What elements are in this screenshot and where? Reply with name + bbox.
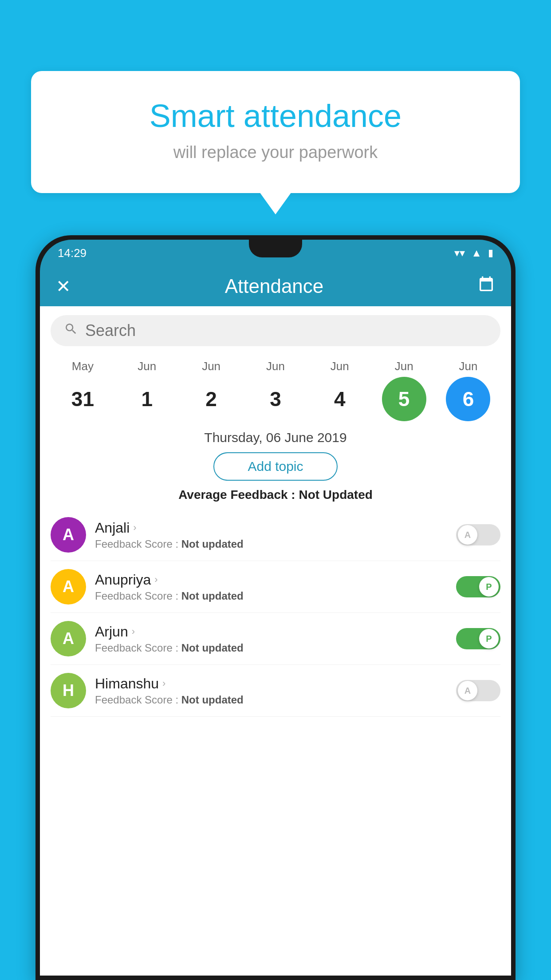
cal-month-label: Jun xyxy=(395,360,413,373)
student-info[interactable]: Arjun ›Feedback Score : Not updated xyxy=(95,624,447,654)
chevron-icon: › xyxy=(162,678,165,689)
chevron-icon: › xyxy=(154,574,157,585)
student-name: Himanshu › xyxy=(95,676,447,692)
speech-bubble-container: Smart attendance will replace your paper… xyxy=(31,71,520,193)
phone-frame: 14:29 ▾▾ ▲ ▮ ✕ Attendance xyxy=(35,235,516,980)
app-content: May31Jun1Jun2Jun3Jun4Jun5Jun6 Thursday, … xyxy=(40,306,511,976)
calendar-day[interactable]: Jun3 xyxy=(249,360,302,421)
chevron-icon: › xyxy=(133,522,136,533)
calendar-day[interactable]: Jun5 xyxy=(378,360,431,421)
cal-date-label: 6 xyxy=(446,377,490,421)
status-time: 14:29 xyxy=(58,246,87,260)
student-avatar: A xyxy=(51,621,86,656)
toggle-knob: P xyxy=(479,629,499,648)
student-name: Arjun › xyxy=(95,624,447,640)
wifi-icon: ▾▾ xyxy=(454,247,465,259)
notch xyxy=(249,240,302,257)
student-feedback: Feedback Score : Not updated xyxy=(95,538,447,550)
student-name: Anjali › xyxy=(95,520,447,536)
status-icons: ▾▾ ▲ ▮ xyxy=(454,247,493,259)
search-icon xyxy=(64,322,78,340)
student-feedback: Feedback Score : Not updated xyxy=(95,694,447,706)
student-info[interactable]: Anupriya ›Feedback Score : Not updated xyxy=(95,572,447,602)
cal-date-label: 4 xyxy=(318,377,362,421)
cal-date-label: 5 xyxy=(382,377,426,421)
student-info[interactable]: Anjali ›Feedback Score : Not updated xyxy=(95,520,447,550)
student-feedback: Feedback Score : Not updated xyxy=(95,642,447,654)
cal-month-label: Jun xyxy=(202,360,220,373)
bubble-title: Smart attendance xyxy=(67,98,484,134)
calendar-day[interactable]: Jun1 xyxy=(120,360,173,421)
student-avatar: A xyxy=(51,569,86,605)
student-avatar: A xyxy=(51,517,86,553)
attendance-toggle[interactable]: P xyxy=(456,628,500,649)
calendar-button[interactable] xyxy=(477,276,495,297)
toggle-knob: A xyxy=(458,525,477,545)
student-item: AAnjali ›Feedback Score : Not updatedA xyxy=(51,509,500,561)
calendar-day[interactable]: May31 xyxy=(56,360,109,421)
cal-month-label: Jun xyxy=(266,360,285,373)
calendar-day[interactable]: Jun4 xyxy=(313,360,366,421)
calendar-day[interactable]: Jun6 xyxy=(441,360,495,421)
signal-icon: ▲ xyxy=(471,247,482,259)
student-info[interactable]: Himanshu ›Feedback Score : Not updated xyxy=(95,676,447,706)
cal-date-label: 2 xyxy=(189,377,233,421)
cal-month-label: Jun xyxy=(331,360,349,373)
calendar-day[interactable]: Jun2 xyxy=(185,360,238,421)
bubble-subtitle: will replace your paperwork xyxy=(67,143,484,162)
app-header: ✕ Attendance xyxy=(40,266,511,306)
selected-date-label: Thursday, 06 June 2019 xyxy=(40,430,511,445)
student-feedback: Feedback Score : Not updated xyxy=(95,590,447,602)
speech-bubble: Smart attendance will replace your paper… xyxy=(31,71,520,193)
cal-month-label: May xyxy=(72,360,94,373)
student-item: AArjun ›Feedback Score : Not updatedP xyxy=(51,613,500,665)
cal-date-label: 31 xyxy=(60,377,105,421)
cal-date-label: 3 xyxy=(253,377,298,421)
battery-icon: ▮ xyxy=(488,247,493,259)
student-item: HHimanshu ›Feedback Score : Not updatedA xyxy=(51,665,500,717)
calendar-strip: May31Jun1Jun2Jun3Jun4Jun5Jun6 xyxy=(40,355,511,421)
cal-month-label: Jun xyxy=(138,360,156,373)
cal-month-label: Jun xyxy=(459,360,478,373)
student-avatar: H xyxy=(51,673,86,708)
toggle-knob: A xyxy=(458,681,477,700)
header-title: Attendance xyxy=(225,275,324,297)
search-bar[interactable] xyxy=(51,315,500,346)
add-topic-button[interactable]: Add topic xyxy=(213,452,338,481)
cal-date-label: 1 xyxy=(125,377,169,421)
attendance-toggle[interactable]: A xyxy=(456,524,500,545)
toggle-knob: P xyxy=(479,577,499,597)
student-item: AAnupriya ›Feedback Score : Not updatedP xyxy=(51,561,500,613)
student-list: AAnjali ›Feedback Score : Not updatedAAA… xyxy=(40,509,511,717)
chevron-icon: › xyxy=(132,626,135,637)
student-name: Anupriya › xyxy=(95,572,447,588)
attendance-toggle[interactable]: P xyxy=(456,576,500,597)
close-button[interactable]: ✕ xyxy=(56,276,71,296)
feedback-summary: Average Feedback : Not Updated xyxy=(40,488,511,502)
search-input[interactable] xyxy=(85,321,487,340)
phone-inner: 14:29 ▾▾ ▲ ▮ ✕ Attendance xyxy=(40,240,511,976)
attendance-toggle[interactable]: A xyxy=(456,680,500,701)
